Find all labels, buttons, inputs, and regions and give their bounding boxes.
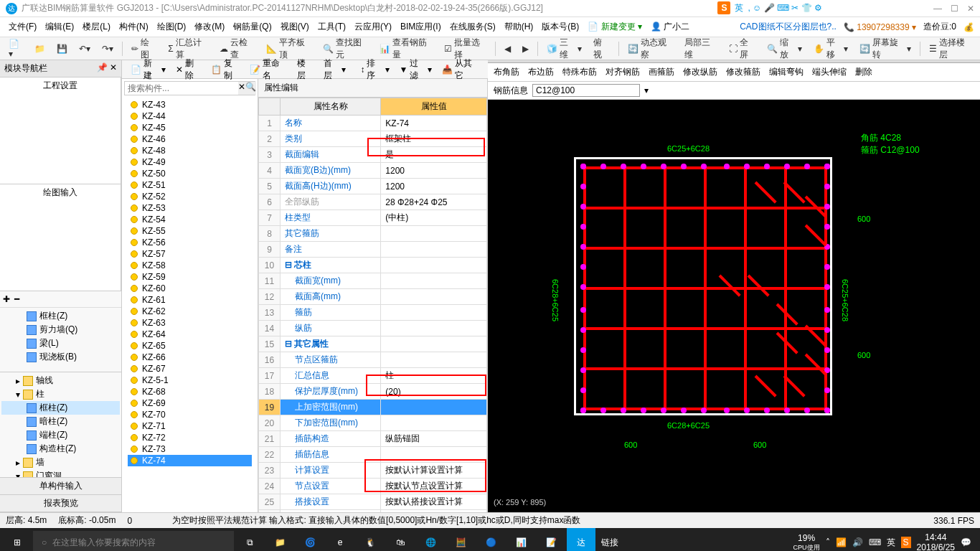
property-row[interactable]: 9备注	[259, 242, 487, 258]
canvas-tab[interactable]: 编辑弯钩	[769, 66, 804, 78]
cpu-meter[interactable]: 19%CPU使用	[793, 533, 820, 552]
cad-layer-link[interactable]: CAD图纸不区分图层也?..	[740, 21, 837, 33]
tree-item[interactable]: 暗柱(Z)	[1, 415, 120, 428]
tab-draw-input[interactable]: 绘图输入	[0, 184, 121, 291]
list-item[interactable]: KZ-59	[128, 271, 252, 283]
property-row[interactable]: 3截面编辑是	[259, 147, 487, 163]
app-calc-icon[interactable]: 🧮	[446, 528, 475, 551]
property-row[interactable]: 8其它箍筋	[259, 226, 487, 242]
property-row[interactable]: 16节点区箍筋	[259, 352, 487, 368]
sort-button[interactable]: ↕ 排序 ▾	[357, 57, 392, 83]
property-row[interactable]: 1名称KZ-74	[259, 116, 487, 131]
app-note-icon[interactable]: 📝	[537, 528, 565, 551]
property-row[interactable]: 24节点设置按默认节点设置计算	[259, 479, 487, 494]
sogou-icon[interactable]: S	[717, 1, 730, 14]
top-view-button[interactable]: 俯视	[590, 35, 613, 62]
list-item[interactable]: KZ-58	[128, 260, 252, 271]
tab-report-preview[interactable]: 报表预览	[0, 495, 121, 512]
list-item[interactable]: KZ-52	[128, 191, 252, 202]
property-row[interactable]: 26顶标高(m)层顶标高-2	[259, 510, 487, 513]
next-icon[interactable]: ▶	[519, 42, 532, 55]
3d-button[interactable]: 🧊 三维 ▾	[544, 35, 585, 62]
list-item[interactable]: KZ-63	[128, 317, 252, 329]
rebar-info-input[interactable]	[532, 84, 640, 97]
property-row[interactable]: 18保护层厚度(mm)(20)	[259, 384, 487, 400]
tree-item[interactable]: ▸ 轴线	[1, 374, 120, 387]
list-item[interactable]: KZ-50	[128, 168, 252, 179]
tab-single-input[interactable]: 单构件输入	[0, 478, 121, 495]
menu-component[interactable]: 构件(N)	[116, 19, 151, 34]
local-3d-button[interactable]: 局部三维	[682, 35, 720, 62]
tree-item[interactable]: 梁(L)	[1, 336, 120, 350]
prev-icon[interactable]: ◀	[501, 42, 514, 55]
list-item[interactable]: KZ-43	[128, 99, 252, 110]
rebar-dropdown-icon[interactable]: ▾	[644, 85, 649, 95]
property-row[interactable]: 6全部纵筋28 Φ28+24 Φ25	[259, 194, 487, 210]
app-edge-icon[interactable]: e	[326, 528, 354, 551]
app-glodon-icon[interactable]: 达	[567, 528, 595, 551]
list-item[interactable]: KZ-62	[128, 306, 252, 317]
list-item[interactable]: KZ-53	[128, 202, 252, 214]
coin-icon[interactable]: 💰	[963, 22, 974, 32]
canvas-tab[interactable]: 画箍筋	[649, 66, 674, 78]
property-row[interactable]: 12截面高(mm)	[259, 289, 487, 305]
list-item[interactable]: KZ-67	[128, 363, 252, 375]
list-item[interactable]: KZ-54	[128, 214, 252, 225]
redo-icon[interactable]: ↷▾	[99, 42, 116, 55]
link-label[interactable]: 链接	[601, 537, 618, 549]
start-button[interactable]: ⊞	[3, 528, 32, 551]
ime-icon[interactable]: , ☺ 🎤 ⌨ ✂ 👕 ⚙	[748, 3, 822, 13]
canvas-tab[interactable]: 对齐钢筋	[606, 66, 640, 78]
delete-button[interactable]: ✕ 删除	[173, 57, 204, 83]
new-icon[interactable]: 📄▾	[6, 37, 26, 60]
list-item[interactable]: KZ-64	[128, 329, 252, 340]
tray-up-icon[interactable]: ˄	[826, 537, 830, 547]
tree-item[interactable]: ▾ 门窗洞	[1, 469, 120, 477]
list-item[interactable]: KZ-48	[128, 145, 252, 156]
pin-icon[interactable]: 📌 ✕	[97, 62, 117, 75]
tray-sogou-icon[interactable]: S	[901, 537, 911, 548]
list-item[interactable]: KZ-72	[128, 432, 252, 443]
list-item[interactable]: KZ-51	[128, 179, 252, 191]
user-button[interactable]: 👤 广小二	[648, 19, 692, 34]
menu-edit[interactable]: 编辑(E)	[42, 19, 77, 34]
menu-file[interactable]: 文件(F)	[6, 19, 39, 34]
property-row[interactable]: 13箍筋	[259, 305, 487, 321]
property-row[interactable]: 19上加密范围(mm)	[259, 400, 487, 415]
taskbar-search[interactable]: ○ 在这里输入你要搜索的内容	[33, 531, 234, 552]
close-icon[interactable]: ✕	[967, 4, 974, 14]
list-item[interactable]: KZ-44	[128, 110, 252, 122]
canvas-tab[interactable]: 特殊布筋	[562, 66, 597, 78]
tree-item[interactable]: 框柱(Z)	[1, 401, 120, 415]
list-item[interactable]: KZ-71	[128, 420, 252, 432]
list-item[interactable]: KZ-65	[128, 340, 252, 352]
list-item[interactable]: KZ-69	[128, 397, 252, 409]
menu-floor[interactable]: 楼层(L)	[80, 19, 113, 34]
menu-version[interactable]: 版本号(B)	[539, 19, 582, 34]
menu-cloud[interactable]: 云应用(Y)	[352, 19, 395, 34]
floor-button[interactable]: 楼层	[294, 57, 316, 83]
select-floor-button[interactable]: ☰ 选择楼层	[926, 35, 974, 62]
tree-item[interactable]: 端柱(Z)	[1, 428, 120, 442]
search-go-icon[interactable]: 🔍	[245, 82, 256, 95]
list-item[interactable]: KZ-74	[128, 455, 252, 466]
canvas-tab[interactable]: 布角筋	[494, 66, 519, 78]
property-row[interactable]: 10⊟ 芯柱	[259, 258, 487, 273]
property-row[interactable]: 25搭接设置按默认搭接设置计算	[259, 494, 487, 510]
tab-project-settings[interactable]: 工程设置	[0, 77, 121, 184]
property-row[interactable]: 5截面高(H边)(mm)1200	[259, 179, 487, 194]
app-ie-icon[interactable]: 🌐	[416, 528, 445, 551]
canvas-tab[interactable]: 删除	[855, 66, 872, 78]
undo-icon[interactable]: ↶▾	[76, 42, 93, 55]
tree-item[interactable]: 剪力墙(Q)	[1, 323, 120, 336]
property-row[interactable]: 17汇总信息柱	[259, 368, 487, 384]
open-icon[interactable]: 📁	[32, 42, 48, 55]
menu-view[interactable]: 视图(V)	[278, 19, 312, 34]
property-row[interactable]: 14纵筋	[259, 321, 487, 336]
taskview-icon[interactable]: ⧉	[235, 528, 264, 551]
first-floor-button[interactable]: 首层 ▾	[321, 57, 349, 83]
new-change-button[interactable]: 📄 新建变更 ▾	[585, 19, 645, 34]
tray-ime-icon[interactable]: 英	[887, 537, 895, 549]
property-row[interactable]: 15⊟ 其它属性	[259, 336, 487, 352]
fullscreen-button[interactable]: ⛶ 全屏	[726, 35, 758, 62]
